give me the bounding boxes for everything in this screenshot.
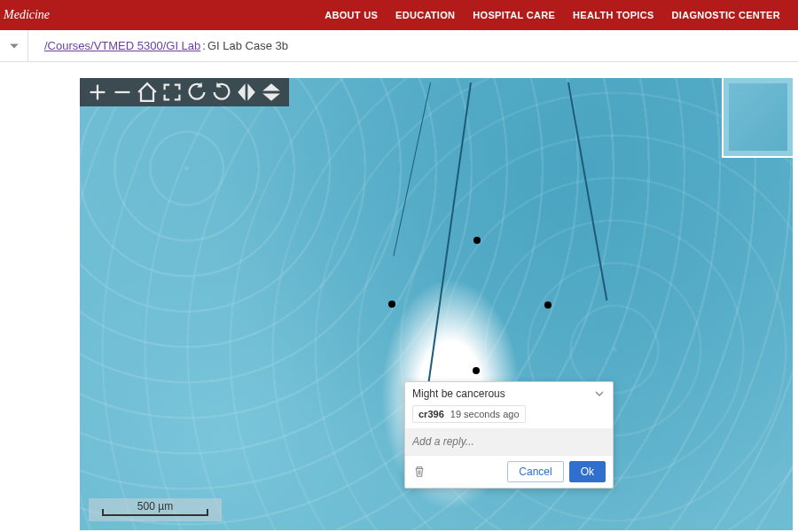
nav-about[interactable]: ABOUT US (325, 10, 378, 20)
delete-button[interactable] (412, 465, 426, 479)
fullscreen-button[interactable] (160, 80, 184, 105)
rotate-left-button[interactable] (184, 80, 209, 105)
reply-input[interactable] (412, 435, 606, 448)
page-title: GI Lab Case 3b (207, 39, 288, 52)
annotation-marker[interactable] (473, 237, 481, 244)
flip-vertical-button[interactable] (259, 80, 284, 105)
breadcrumb-separator: : (202, 39, 206, 52)
scale-bar: 500 µm (89, 498, 222, 521)
home-icon (135, 80, 160, 105)
cancel-button[interactable]: Cancel (507, 461, 563, 482)
flip-horizontal-button[interactable] (234, 80, 259, 105)
annotation-text: Might be cancerous (412, 387, 505, 400)
annotation-actions: Cancel Ok (507, 461, 606, 482)
breadcrumb-link[interactable]: /Courses/VTMED 5300/GI Lab (44, 39, 200, 52)
annotation-header: Might be cancerous (405, 382, 613, 405)
zoom-out-button[interactable] (110, 80, 135, 105)
nav-hospital[interactable]: HOSPITAL CARE (473, 10, 555, 20)
slide-viewer[interactable]: 500 µm Might be cancerous cr396 19 secon… (80, 78, 793, 530)
home-button[interactable] (135, 80, 160, 105)
nav-education[interactable]: EDUCATION (395, 10, 455, 20)
annotation-marker[interactable] (544, 301, 552, 309)
scale-line (102, 514, 208, 516)
chevron-down-icon (595, 389, 604, 398)
annotation-meta: cr396 19 seconds ago (412, 405, 526, 423)
nav-diagnostic[interactable]: DIAGNOSTIC CENTER (672, 10, 780, 20)
annotation-user: cr396 (419, 409, 444, 419)
annotation-marker[interactable] (473, 367, 480, 374)
minimap-view (729, 83, 787, 151)
zoom-in-button[interactable] (85, 80, 110, 105)
flip-v-icon (259, 80, 284, 105)
sidebar-toggle[interactable] (0, 30, 28, 62)
nav-health-topics[interactable]: HEALTH TOPICS (573, 10, 654, 20)
minimap[interactable] (722, 78, 793, 158)
plus-icon (85, 80, 110, 105)
collapse-button[interactable] (593, 387, 606, 400)
topbar: Medicine ABOUT US EDUCATION HOSPITAL CAR… (0, 0, 798, 30)
rotate-left-icon (184, 80, 209, 105)
flip-h-icon (234, 80, 259, 105)
rotate-right-icon (209, 80, 234, 105)
top-nav: ABOUT US EDUCATION HOSPITAL CARE HEALTH … (325, 10, 780, 20)
minus-icon (110, 80, 135, 105)
annotation-footer: Cancel Ok (405, 455, 613, 488)
viewer-toolbar (80, 78, 289, 106)
site-name-suffix: Medicine (0, 8, 50, 22)
annotation-marker[interactable] (388, 301, 395, 308)
expand-icon (160, 80, 184, 105)
trash-icon (413, 466, 426, 478)
breadcrumb-bar: /Courses/VTMED 5300/GI Lab : GI Lab Case… (0, 30, 798, 62)
rotate-right-button[interactable] (209, 80, 234, 105)
annotation-time: 19 seconds ago (450, 409, 520, 419)
scale-label: 500 µm (137, 500, 173, 512)
ok-button[interactable]: Ok (569, 461, 606, 482)
annotation-reply-area (405, 428, 613, 455)
annotation-popup: Might be cancerous cr396 19 seconds ago … (404, 381, 614, 489)
chevron-down-icon (9, 41, 20, 51)
